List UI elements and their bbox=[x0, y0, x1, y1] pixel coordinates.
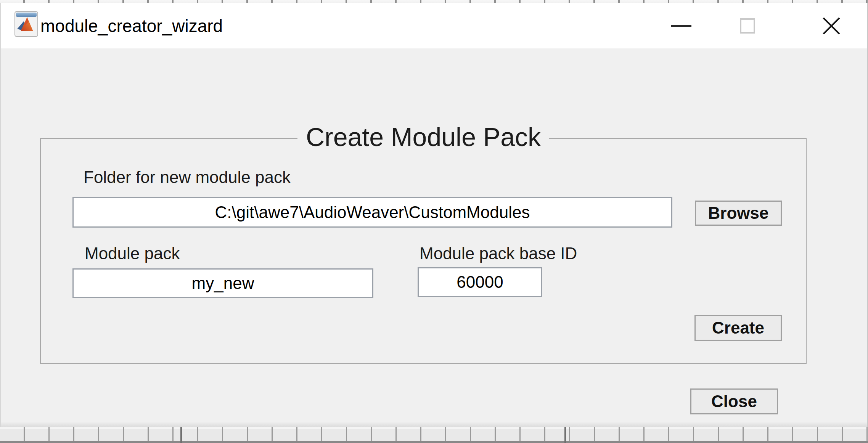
close-icon bbox=[822, 16, 841, 35]
module-creator-wizard-window: module_creator_wizard Create Module Pack… bbox=[0, 3, 868, 427]
background-grid-top bbox=[0, 0, 868, 3]
screen: module_creator_wizard Create Module Pack… bbox=[0, 0, 868, 443]
maximize-icon bbox=[740, 18, 755, 34]
base-id-label: Module pack base ID bbox=[420, 244, 577, 263]
module-pack-label: Module pack bbox=[85, 244, 180, 263]
module-pack-input[interactable] bbox=[72, 268, 373, 298]
folder-input[interactable] bbox=[72, 197, 672, 228]
browse-button[interactable]: Browse bbox=[695, 201, 782, 226]
create-button[interactable]: Create bbox=[694, 315, 782, 341]
background-grid-line bbox=[180, 427, 182, 443]
create-module-pack-panel: Create Module Pack Folder for new module… bbox=[40, 138, 807, 364]
matlab-figure-icon bbox=[14, 11, 38, 37]
maximize-button[interactable] bbox=[721, 3, 774, 48]
minimize-button[interactable] bbox=[654, 3, 708, 48]
folder-label: Folder for new module pack bbox=[84, 168, 291, 187]
window-bottom-edge bbox=[1, 422, 867, 427]
close-button[interactable]: Close bbox=[690, 388, 778, 414]
background-grid-line bbox=[564, 427, 566, 443]
panel-title: Create Module Pack bbox=[297, 122, 549, 152]
close-window-button[interactable] bbox=[805, 3, 858, 48]
window-titlebar: module_creator_wizard bbox=[1, 3, 867, 48]
base-id-input[interactable] bbox=[418, 267, 542, 297]
minimize-icon bbox=[671, 25, 691, 27]
background-grid-bottom bbox=[0, 427, 868, 443]
window-title: module_creator_wizard bbox=[40, 3, 223, 48]
